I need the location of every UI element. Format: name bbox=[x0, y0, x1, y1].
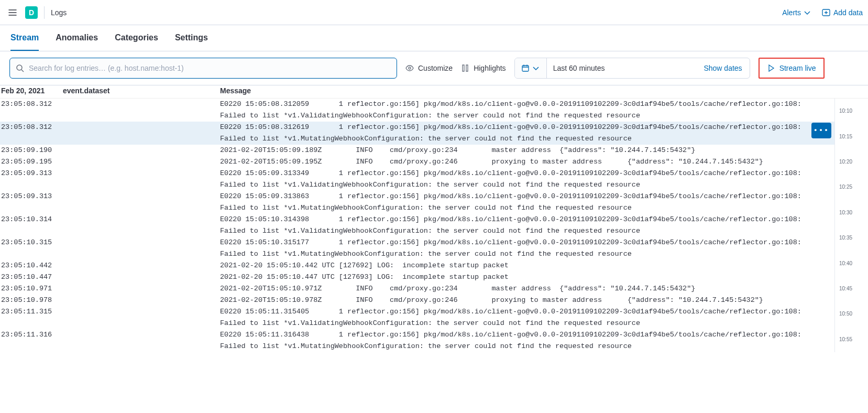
date-picker: Last 60 minutes Show dates bbox=[514, 58, 750, 79]
log-timestamp: 23:05:10.442 bbox=[0, 260, 220, 271]
calendar-icon bbox=[521, 64, 530, 72]
search-box bbox=[9, 58, 397, 79]
log-message: 2021-02-20T15:05:09.189Z INFO cmd/proxy.… bbox=[220, 145, 834, 156]
log-header-row: Feb 20, 2021 event.dataset Message bbox=[0, 85, 868, 99]
minimap-tick: 10:45 bbox=[839, 286, 852, 291]
stream-live-button[interactable]: Stream live bbox=[759, 58, 825, 79]
minimap-tick: 10:25 bbox=[839, 184, 852, 190]
tab-stream[interactable]: Stream bbox=[10, 25, 39, 51]
show-dates-button[interactable]: Show dates bbox=[696, 64, 749, 72]
log-row[interactable]: 23:05:09.1902021-02-20T15:05:09.189Z INF… bbox=[0, 145, 834, 156]
highlights-label: Highlights bbox=[474, 64, 506, 72]
log-message: 2021-02-20T15:05:10.971Z INFO cmd/proxy.… bbox=[220, 283, 834, 295]
log-timestamp: 23:05:11.316 bbox=[0, 329, 220, 352]
log-message: E0220 15:05:08.312059 1 reflector.go:156… bbox=[220, 99, 834, 122]
date-range-label[interactable]: Last 60 minutes bbox=[547, 64, 697, 72]
log-message: E0220 15:05:10.314398 1 reflector.go:156… bbox=[220, 214, 834, 237]
minimap-tick: 10:30 bbox=[839, 210, 852, 215]
minimap-tick: 10:35 bbox=[839, 235, 852, 241]
add-data-button[interactable]: Add data bbox=[822, 8, 863, 17]
log-row[interactable]: 23:05:10.4422021-02-20 15:05:10.442 UTC … bbox=[0, 260, 834, 271]
hamburger-icon bbox=[8, 8, 17, 17]
log-row[interactable]: 23:05:08.312E0220 15:05:08.312059 1 refl… bbox=[0, 99, 834, 122]
row-actions-button[interactable]: ••• bbox=[811, 123, 831, 138]
log-timestamp: 23:05:09.313 bbox=[0, 191, 220, 214]
log-message: 2021-02-20 15:05:10.442 UTC [127692] LOG… bbox=[220, 260, 834, 271]
log-timestamp: 23:05:09.313 bbox=[0, 168, 220, 191]
log-row[interactable]: 23:05:10.315E0220 15:05:10.315177 1 refl… bbox=[0, 237, 834, 260]
eye-icon bbox=[405, 64, 414, 72]
highlighter-icon bbox=[461, 64, 469, 72]
log-timestamp: 23:05:11.315 bbox=[0, 306, 220, 329]
alerts-link[interactable]: Alerts bbox=[782, 8, 811, 17]
log-timestamp: 23:05:09.190 bbox=[0, 145, 220, 156]
tab-categories[interactable]: Categories bbox=[115, 25, 158, 51]
chevron-down-icon bbox=[532, 64, 540, 72]
log-row[interactable]: 23:05:11.316E0220 15:05:11.316438 1 refl… bbox=[0, 329, 834, 352]
alerts-label: Alerts bbox=[782, 8, 801, 17]
customize-button[interactable]: Customize bbox=[405, 64, 453, 72]
log-message: E0220 15:05:11.315405 1 reflector.go:156… bbox=[220, 306, 834, 329]
highlights-button[interactable]: Highlights bbox=[461, 64, 506, 72]
top-bar-right: Alerts Add data bbox=[782, 8, 864, 17]
column-dataset-header[interactable]: event.dataset bbox=[63, 86, 220, 95]
log-message: 2021-02-20T15:05:10.978Z INFO cmd/proxy.… bbox=[220, 295, 834, 306]
top-bar: D Logs Alerts Add data bbox=[0, 0, 868, 25]
tab-settings[interactable]: Settings bbox=[175, 25, 208, 51]
minimap-tick: 10:10 bbox=[839, 108, 852, 114]
log-row[interactable]: 23:05:08.312E0220 15:05:08.312619 1 refl… bbox=[0, 122, 834, 145]
log-timestamp: 23:05:08.312 bbox=[0, 99, 220, 122]
log-message: E0220 15:05:09.313863 1 reflector.go:156… bbox=[220, 191, 834, 214]
svg-point-1 bbox=[17, 65, 22, 70]
minimap-wrap: 10:1010:1510:2010:2510:3010:3510:4010:45… bbox=[834, 99, 868, 352]
log-row[interactable]: 23:05:09.1952021-02-20T15:05:09.195Z INF… bbox=[0, 156, 834, 168]
column-message-header[interactable]: Message bbox=[220, 86, 868, 95]
calendar-button[interactable] bbox=[515, 58, 547, 78]
log-timestamp: 23:05:09.195 bbox=[0, 156, 220, 168]
svg-point-2 bbox=[409, 67, 411, 69]
minimap[interactable]: 10:1010:1510:2010:2510:3010:3510:4010:45… bbox=[834, 99, 868, 352]
log-message: E0220 15:05:08.312619 1 reflector.go:156… bbox=[220, 122, 834, 145]
chevron-down-icon bbox=[803, 8, 811, 17]
minimap-tick: 10:20 bbox=[839, 159, 852, 165]
tab-anomalies[interactable]: Anomalies bbox=[56, 25, 98, 51]
log-rows: 23:05:08.312E0220 15:05:08.312059 1 refl… bbox=[0, 99, 834, 352]
toolbar: Customize Highlights Last 60 minutes Sho… bbox=[0, 51, 868, 85]
space-badge[interactable]: D bbox=[25, 6, 38, 19]
log-message: 2021-02-20 15:05:10.447 UTC [127693] LOG… bbox=[220, 271, 834, 283]
search-input[interactable] bbox=[9, 58, 397, 79]
log-message: E0220 15:05:09.313349 1 reflector.go:156… bbox=[220, 168, 834, 191]
minimap-tick: 10:15 bbox=[839, 134, 852, 139]
log-row[interactable]: 23:05:10.9782021-02-20T15:05:10.978Z INF… bbox=[0, 295, 834, 306]
log-row[interactable]: 23:05:10.9712021-02-20T15:05:10.971Z INF… bbox=[0, 283, 834, 295]
log-row[interactable]: 23:05:09.313E0220 15:05:09.313349 1 refl… bbox=[0, 168, 834, 191]
plus-data-icon bbox=[822, 8, 830, 17]
log-row[interactable]: 23:05:10.314E0220 15:05:10.314398 1 refl… bbox=[0, 214, 834, 237]
log-area: 23:05:08.312E0220 15:05:08.312059 1 refl… bbox=[0, 99, 868, 352]
log-timestamp: 23:05:10.315 bbox=[0, 237, 220, 260]
search-icon bbox=[16, 64, 24, 72]
divider bbox=[44, 6, 45, 19]
log-message: E0220 15:05:11.316438 1 reflector.go:156… bbox=[220, 329, 834, 352]
breadcrumb[interactable]: Logs bbox=[51, 8, 67, 17]
minimap-tick: 10:40 bbox=[839, 260, 852, 266]
add-data-label: Add data bbox=[833, 8, 863, 17]
log-timestamp: 23:05:10.971 bbox=[0, 283, 220, 295]
log-row[interactable]: 23:05:11.315E0220 15:05:11.315405 1 refl… bbox=[0, 306, 834, 329]
log-message: E0220 15:05:10.315177 1 reflector.go:156… bbox=[220, 237, 834, 260]
log-timestamp: 23:05:10.978 bbox=[0, 295, 220, 306]
column-date-header[interactable]: Feb 20, 2021 bbox=[0, 86, 63, 95]
minimap-tick: 10:50 bbox=[839, 311, 852, 317]
minimap-tick: 10:55 bbox=[839, 336, 852, 342]
log-timestamp: 23:05:08.312 bbox=[0, 122, 220, 145]
log-timestamp: 23:05:10.447 bbox=[0, 271, 220, 283]
log-row[interactable]: 23:05:09.313E0220 15:05:09.313863 1 refl… bbox=[0, 191, 834, 214]
log-timestamp: 23:05:10.314 bbox=[0, 214, 220, 237]
stream-live-label: Stream live bbox=[779, 64, 816, 72]
play-icon bbox=[767, 64, 775, 72]
log-row[interactable]: 23:05:10.4472021-02-20 15:05:10.447 UTC … bbox=[0, 271, 834, 283]
nav-toggle-button[interactable] bbox=[4, 4, 21, 21]
log-message: 2021-02-20T15:05:09.195Z INFO cmd/proxy.… bbox=[220, 156, 834, 168]
tabs: StreamAnomaliesCategoriesSettings bbox=[0, 25, 868, 51]
customize-label: Customize bbox=[418, 64, 453, 72]
